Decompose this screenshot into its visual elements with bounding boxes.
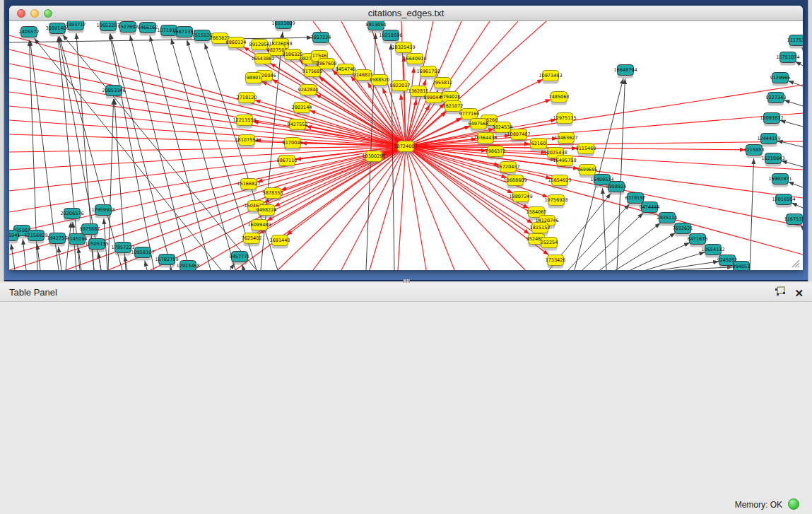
black-edge[interactable] <box>780 120 803 127</box>
graph-node-yellow[interactable]: 10688609 <box>503 175 526 189</box>
network-view-window[interactable]: citations_edges.txt 18724007766382288601… <box>9 6 803 270</box>
graph-node-teal[interactable]: 6466162 <box>138 23 158 36</box>
graph-node-yellow[interactable]: 19756928 <box>544 195 567 209</box>
graph-node-teal[interactable]: 12156829 <box>24 230 47 244</box>
float-panel-icon[interactable] <box>775 286 786 300</box>
graph-node-yellow[interactable]: 16543862 <box>251 54 274 67</box>
graph-node-teal[interactable]: 1167531 <box>784 214 803 228</box>
graph-node-teal[interactable]: 16648794 <box>613 65 637 78</box>
black-edge[interactable] <box>784 100 803 106</box>
black-edge[interactable] <box>646 252 705 270</box>
graph-node-yellow[interactable]: 1691448 <box>270 235 290 249</box>
canvas-resize-grip[interactable] <box>792 260 799 267</box>
graph-node-yellow[interactable]: 20364436 <box>473 133 497 146</box>
graph-node-teal[interactable]: 12923468 <box>176 261 199 271</box>
graph-node-teal[interactable]: 9129966 <box>770 73 791 86</box>
graph-node-teal[interactable]: 1117534 <box>787 35 803 49</box>
graph-node-yellow[interactable]: 7986372 <box>486 146 506 160</box>
graph-node-teal[interactable]: 1942757 <box>47 233 68 247</box>
graph-node-teal[interactable]: 1527602 <box>118 22 139 35</box>
black-edge[interactable] <box>110 34 154 270</box>
black-edge[interactable] <box>788 182 803 187</box>
graph-node-yellow[interactable]: 16495758 <box>553 156 576 169</box>
red-edge[interactable] <box>406 146 803 255</box>
graph-node-yellow[interactable]: 8170046 <box>283 138 303 151</box>
red-edge[interactable] <box>398 146 406 270</box>
black-edge[interactable] <box>11 244 15 270</box>
graph-node-yellow[interactable]: 16099489 <box>247 220 271 233</box>
graph-node-yellow[interactable]: 12213559 <box>233 115 256 129</box>
graph-node-teal[interactable]: 9457771 <box>230 252 250 265</box>
graph-node-yellow[interactable]: 12975115 <box>553 113 576 127</box>
graph-node-teal[interactable]: 20206576 <box>60 209 83 222</box>
black-edge[interactable] <box>788 81 803 86</box>
red-edge[interactable] <box>151 146 406 270</box>
graph-node-teal[interactable]: 20053346 <box>102 86 125 99</box>
graph-node-teal[interactable]: 7857224 <box>311 33 331 46</box>
graph-node-teal[interactable]: 16782759 <box>155 255 178 268</box>
black-edge[interactable] <box>792 203 803 208</box>
graph-node-yellow[interactable]: 8867110 <box>277 156 298 169</box>
graph-node-yellow[interactable]: 7485063 <box>549 92 570 105</box>
graph-node-teal[interactable]: 10653257 <box>96 21 119 34</box>
graph-node-teal[interactable]: 15992971 <box>768 174 792 187</box>
graph-node-yellow[interactable]: 8860124 <box>226 37 247 51</box>
graph-node-yellow[interactable]: 2803144 <box>292 103 312 116</box>
graph-node-teal[interactable]: 10958107 <box>131 247 154 261</box>
graph-node-teal[interactable]: 894051 <box>733 262 751 271</box>
black-edge[interactable] <box>782 160 803 167</box>
black-edge[interactable] <box>261 32 283 270</box>
graph-node-yellow[interactable]: 16640910 <box>403 54 426 67</box>
graph-node-teal[interactable]: 9474444 <box>640 202 660 216</box>
black-edge[interactable] <box>98 252 101 270</box>
black-edge[interactable] <box>242 264 244 270</box>
graph-node-teal[interactable]: 1493717 <box>66 21 86 33</box>
graph-node-teal[interactable]: 9975887 <box>80 224 100 238</box>
graph-node-yellow[interactable]: 8427552 <box>288 119 308 133</box>
graph-node-teal[interactable]: 17016504 <box>772 194 795 208</box>
black-edge[interactable] <box>750 158 754 270</box>
graph-node-yellow[interactable]: 15720437 <box>496 162 519 175</box>
graph-node-yellow[interactable]: 7625402 <box>242 233 262 247</box>
black-edge[interactable] <box>582 213 643 270</box>
graph-node-teal[interactable]: 17959928 <box>91 205 114 218</box>
graph-node-yellow[interactable]: 98901 <box>246 73 262 86</box>
graph-node-teal[interactable]: 16210643 <box>761 153 784 167</box>
graph-node-yellow[interactable]: 5878353 <box>263 188 283 201</box>
network-canvas[interactable]: 1872400776638228860124891295418226058982… <box>9 21 803 270</box>
red-edge[interactable] <box>406 141 803 146</box>
graph-node-teal[interactable]: 19218596 <box>379 30 402 44</box>
graph-node-yellow[interactable]: 252254 <box>541 238 558 251</box>
graph-node-yellow[interactable]: 6497568 <box>469 119 489 132</box>
graph-node-teal[interactable]: 2405572 <box>19 27 40 40</box>
graph-node-yellow[interactable]: 8822037 <box>390 81 411 94</box>
graph-node-yellow[interactable]: 15166827 <box>237 179 260 192</box>
graph-node-yellow[interactable]: 18107554 <box>235 135 258 148</box>
graph-node-yellow[interactable]: 9498224 <box>257 205 277 218</box>
graph-node-teal[interactable]: 16033809 <box>271 21 295 32</box>
graph-node-yellow[interactable]: 1733426 <box>546 255 566 269</box>
graph-node-teal[interactable]: 12093872 <box>760 113 783 127</box>
graph-node-teal[interactable]: 2935114 <box>657 213 678 226</box>
black-edge[interactable] <box>616 233 676 270</box>
red-edge[interactable] <box>9 146 406 212</box>
graph-node-teal[interactable]: 9227343 <box>766 93 787 106</box>
black-edge[interactable] <box>59 247 61 270</box>
black-edge[interactable] <box>110 34 172 270</box>
graph-node-teal[interactable]: 12505135 <box>85 239 108 252</box>
graph-node-teal[interactable]: 3915941 <box>9 230 20 244</box>
black-edge[interactable] <box>795 62 803 66</box>
graph-node-yellow[interactable]: 7955812 <box>433 78 453 91</box>
graph-node-yellow[interactable]: 1588520 <box>370 75 390 88</box>
graph-node-teal[interactable]: 15751074 <box>776 52 799 66</box>
red-edge[interactable] <box>278 146 406 270</box>
network-window-titlebar[interactable]: citations_edges.txt <box>9 6 803 21</box>
graph-node-yellow[interactable]: 9175685 <box>302 66 323 80</box>
black-edge[interactable] <box>145 261 147 270</box>
memory-status-led[interactable] <box>788 498 799 510</box>
graph-node-yellow[interactable]: 9115460 <box>576 144 596 157</box>
graph-node-teal[interactable]: 7515526 <box>192 30 213 44</box>
graph-node-yellow[interactable]: 9242844 <box>298 85 319 98</box>
close-panel-icon[interactable]: ✕ <box>794 288 804 299</box>
graph-node-yellow[interactable]: 2718120 <box>237 93 257 106</box>
